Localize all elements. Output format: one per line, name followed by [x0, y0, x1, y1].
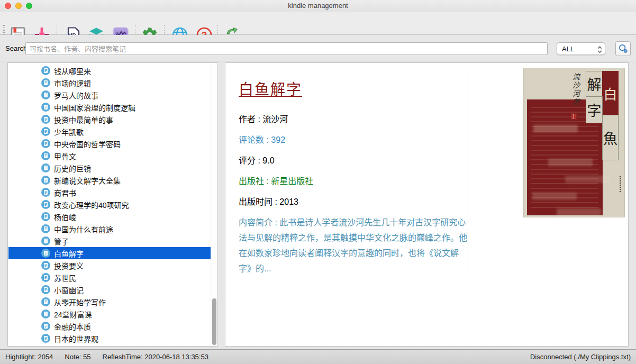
book-list-item[interactable]: 少年凯歌	[8, 125, 211, 138]
cover-title-char: 魚	[602, 115, 619, 160]
app-window: kindle management	[0, 0, 636, 364]
book-title-link[interactable]: 白鱼解字	[239, 72, 302, 99]
book-title-label: 少年凯歌	[54, 126, 84, 137]
book-list-item[interactable]: 钱从哪里来	[8, 65, 211, 77]
book-icon	[41, 176, 50, 185]
book-icon	[41, 139, 50, 148]
book-title-label: 罗马人的故事	[54, 90, 98, 101]
book-title-label: 24堂财富课	[54, 309, 92, 320]
book-icon	[41, 78, 50, 87]
book-title-label: 金融的本质	[54, 321, 91, 332]
book-list-item[interactable]: 中央帝国的哲学密码	[8, 138, 211, 150]
detail-text: 白鱼解字 作者 : 流沙河 评论数 : 392 评分 : 9.0 出版社 : 新…	[239, 72, 467, 276]
book-list-item[interactable]: 日本的世界观	[8, 332, 211, 344]
book-icon	[41, 310, 50, 319]
window-title: kindle management	[0, 2, 636, 10]
book-list-item[interactable]: 投资中最简单的事	[8, 113, 211, 125]
detail-field: 评分 : 9.0	[239, 153, 467, 168]
book-icon	[41, 285, 50, 294]
book-list-item[interactable]: 历史的巨镜	[8, 162, 211, 174]
cover-title-char: 字	[586, 96, 603, 123]
book-list-item[interactable]: 金融的本质	[8, 320, 211, 332]
detail-field: 出版时间 : 2013	[239, 194, 467, 210]
book-icon	[41, 151, 50, 160]
book-list-item[interactable]: 新编说文解字大全集	[8, 174, 211, 186]
book-icon	[41, 297, 50, 306]
cover-signature: 流沙河著	[570, 73, 580, 112]
book-icon	[41, 224, 50, 233]
cover-seal	[571, 113, 577, 120]
book-icon	[41, 188, 50, 197]
book-title-label: 白鱼解字	[54, 248, 84, 259]
book-title-label: 钱从哪里来	[54, 66, 91, 76]
search-row: Search ALL	[0, 35, 636, 61]
highlight-count: Hightlight: 2054	[5, 353, 53, 361]
sidebar-scrollbar[interactable]	[211, 63, 217, 346]
book-icon	[41, 212, 50, 221]
book-list-item[interactable]: 苏世民	[8, 271, 211, 284]
refresh-time: RefleshTime: 2020-06-18 13:35:53	[103, 353, 208, 361]
book-title-label: 小窗幽记	[54, 285, 84, 295]
note-count: Note: 55	[65, 353, 90, 361]
book-cover: 解 白 字 魚 流沙河著	[523, 68, 625, 217]
book-list-item[interactable]: 甲骨文	[8, 150, 211, 162]
cover-title-char: 白	[602, 71, 619, 115]
book-list-item[interactable]: 中国为什么有前途	[8, 223, 211, 235]
book-list-item[interactable]: 投资要义	[8, 259, 211, 271]
search-button[interactable]	[615, 41, 631, 56]
book-icon	[41, 322, 50, 331]
detail-field: 内容简介 : 此书是诗人学者流沙河先生几十年对古汉字研究心法与见解的精粹之作，是…	[239, 215, 467, 276]
book-icon	[41, 66, 50, 75]
detail-fields: 作者 : 流沙河 评论数 : 392 评分 : 9.0 出版社 : 新星出版社 …	[239, 112, 467, 276]
book-list-item[interactable]: 中国国家治理的制度逻辑	[8, 101, 211, 113]
book-icon	[41, 273, 50, 282]
book-list-item[interactable]: 小窗幽记	[8, 284, 211, 296]
book-list-item[interactable]: 改变心理学的40项研究	[8, 198, 211, 211]
book-list-item[interactable]: 从零开始学写作	[8, 296, 211, 308]
filter-select[interactable]: ALL	[557, 42, 605, 55]
book-title-label: 中央帝国的哲学密码	[54, 139, 121, 149]
book-list-panel: 钱从哪里来 市场的逻辑	[7, 62, 218, 347]
book-list-item[interactable]: 商君书	[8, 186, 211, 198]
filter-value: ALL	[562, 45, 574, 53]
book-icon	[41, 115, 50, 124]
book-title-label: 市场的逻辑	[54, 78, 91, 88]
book-title-label: 改变心理学的40项研究	[54, 199, 129, 210]
detail-field: 作者 : 流沙河	[239, 112, 467, 127]
detail-field: 出版社 : 新星出版社	[239, 174, 467, 189]
book-list-item[interactable]: 罗马人的故事	[8, 89, 211, 101]
book-title-label: 新编说文解字大全集	[54, 175, 121, 186]
panel-divider	[468, 68, 468, 276]
book-list-item[interactable]: 管子	[8, 235, 211, 247]
book-title-label: 甲骨文	[54, 151, 76, 161]
search-label: Search	[5, 44, 27, 52]
book-list-item[interactable]: 24堂财富课	[8, 308, 211, 320]
book-list-item[interactable]: 白鱼解字	[8, 247, 211, 259]
statusbar: Hightlight: 2054 Note: 55 RefleshTime: 2…	[0, 349, 636, 364]
book-icon	[41, 103, 50, 112]
book-title-label: 投资要义	[54, 260, 84, 271]
book-title-label: 商君书	[54, 187, 76, 198]
search-icon	[617, 43, 629, 54]
book-icon	[41, 249, 50, 258]
book-title-label: 历史的巨镜	[54, 163, 91, 174]
book-icon	[41, 334, 50, 343]
scrollbar-thumb[interactable]	[212, 298, 216, 345]
book-title-label: 管子	[54, 236, 69, 247]
book-list: 钱从哪里来 市场的逻辑	[8, 65, 211, 344]
book-title-label: 日本的世界观	[54, 333, 98, 344]
book-icon	[41, 127, 50, 136]
detail-panel: 白鱼解字 作者 : 流沙河 评论数 : 392 评分 : 9.0 出版社 : 新…	[225, 62, 629, 347]
search-input[interactable]	[25, 42, 548, 55]
book-list-item[interactable]: 市场的逻辑	[8, 77, 211, 89]
titlebar: kindle management	[0, 0, 636, 12]
book-title-label: 杨伯峻	[54, 212, 76, 222]
book-title-label: 中国为什么有前途	[54, 224, 113, 234]
book-list-item[interactable]: 杨伯峻	[8, 211, 211, 223]
book-icon	[41, 200, 50, 209]
book-icon	[41, 261, 50, 270]
book-title-label: 从零开始学写作	[54, 297, 106, 307]
cover-spine-text	[620, 176, 621, 192]
detail-field: 评论数 : 392	[239, 132, 467, 148]
book-icon	[41, 163, 50, 172]
